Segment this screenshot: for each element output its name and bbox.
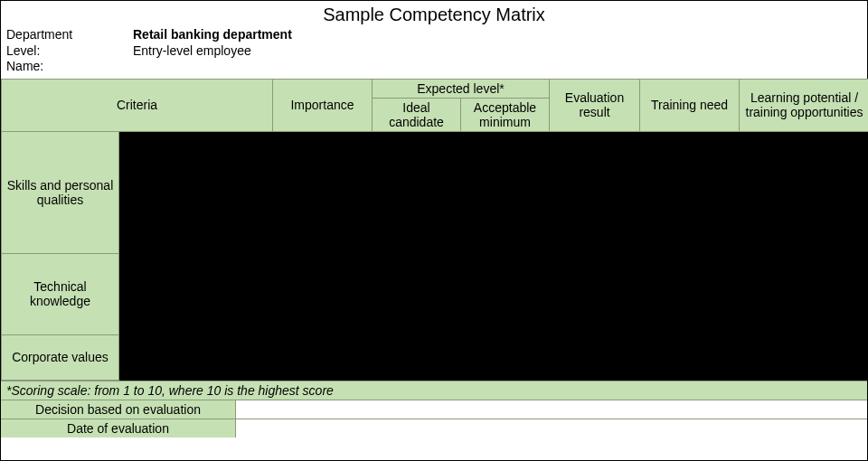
footnote: *Scoring scale: from 1 to 10, where 10 i… [1,381,867,400]
skills-data-area [119,131,869,253]
name-label: Name: [6,59,133,75]
header-learning-potential: Learning potential / training opportunit… [740,79,868,131]
category-skills: Skills and personal qualities [2,131,119,253]
corporate-data-area [119,334,869,380]
category-corporate: Corporate values [2,334,119,380]
technical-data-area [119,253,869,334]
decision-value [236,400,867,419]
header-row-1: Criteria Importance Expected level* Eval… [2,79,869,98]
row-skills: Skills and personal qualities [2,131,869,253]
row-corporate: Corporate values [2,334,869,380]
info-row-level: Level: Entry-level employee [6,43,862,60]
date-value [236,419,867,437]
footer-row-decision: Decision based on evaluation [1,400,867,419]
level-label: Level: [6,43,133,60]
header-evaluation: Evaluation result [550,79,640,131]
header-ideal: Ideal candidate [373,98,461,131]
info-row-department: Department Retail banking department [6,27,862,43]
department-value: Retail banking department [133,27,292,43]
row-technical: Technical knowledge [2,253,869,334]
header-importance: Importance [273,79,373,131]
competency-matrix: Sample Competency Matrix Department Reta… [0,0,868,461]
matrix-table: Criteria Importance Expected level* Eval… [1,79,868,381]
department-label: Department [6,27,133,43]
footer-row-date: Date of evaluation [1,419,867,437]
info-row-name: Name: [6,59,862,75]
category-technical: Technical knowledge [2,253,119,334]
page-title: Sample Competency Matrix [1,1,867,27]
date-label: Date of evaluation [1,419,236,437]
decision-label: Decision based on evaluation [1,400,236,419]
header-criteria: Criteria [2,79,273,131]
header-training-need: Training need [640,79,740,131]
header-expected-level: Expected level* [373,79,550,98]
info-block: Department Retail banking department Lev… [1,27,867,79]
level-value: Entry-level employee [133,43,251,60]
header-acceptable: Acceptable minimum [461,98,550,131]
